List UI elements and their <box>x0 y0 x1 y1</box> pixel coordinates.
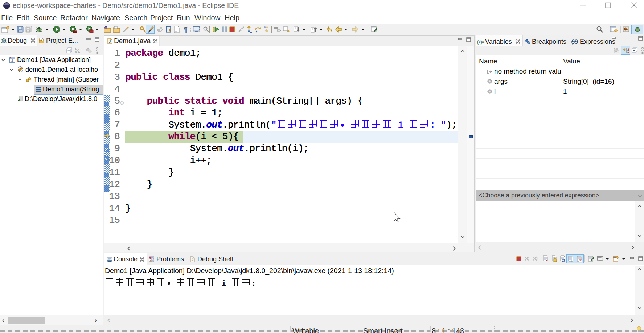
svg-text:J: J <box>109 39 111 43</box>
svg-text:J: J <box>192 258 194 262</box>
svg-text:J: J <box>11 58 13 62</box>
